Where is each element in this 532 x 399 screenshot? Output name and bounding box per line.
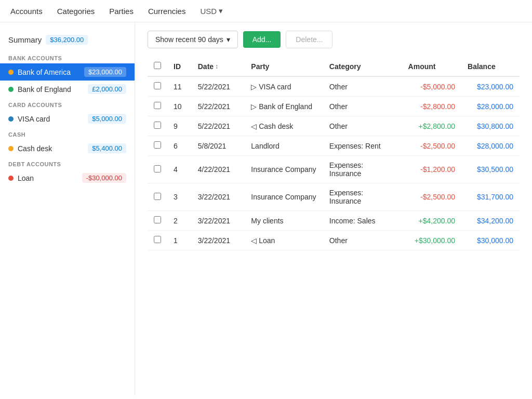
delete-button[interactable]: Delete... bbox=[286, 31, 332, 48]
currency-selector[interactable]: USD ▾ bbox=[200, 6, 223, 16]
row-id: 10 bbox=[167, 97, 192, 116]
section-title: DEBT ACCOUNTS bbox=[0, 157, 135, 169]
row-amount: -$2,800.00 bbox=[402, 97, 461, 116]
section-title: CASH bbox=[0, 127, 135, 140]
table-header: ID Date ↕ Party Category Amount Balance bbox=[148, 57, 520, 76]
table-row: 1 3/22/2021 ◁ Loan Other +$30,000.00 $30… bbox=[148, 231, 520, 250]
sidebar-sections: BANK ACCOUNTSBank of America$23,000.00Ba… bbox=[0, 51, 135, 187]
row-checkbox[interactable] bbox=[154, 193, 161, 200]
account-dot-icon bbox=[8, 116, 14, 122]
row-party: ▷ Bank of England bbox=[245, 97, 323, 116]
row-balance: $30,800.00 bbox=[461, 116, 520, 136]
row-id: 9 bbox=[167, 116, 192, 136]
filter-dropdown[interactable]: Show recent 90 days ▾ bbox=[148, 31, 238, 48]
account-name: Loan bbox=[18, 174, 78, 182]
transactions-table: ID Date ↕ Party Category Amount Balance … bbox=[148, 57, 520, 250]
row-amount: +$2,800.00 bbox=[402, 116, 461, 136]
table-row: 9 5/22/2021 ◁ Cash desk Other +$2,800.00… bbox=[148, 116, 520, 136]
account-dot-icon bbox=[8, 176, 14, 181]
account-dot-icon bbox=[8, 146, 14, 151]
table-row: 10 5/22/2021 ▷ Bank of England Other -$2… bbox=[148, 97, 520, 116]
col-balance-header: Balance bbox=[461, 57, 520, 76]
row-id: 3 bbox=[167, 183, 192, 211]
account-balance-badge: -$30,000.00 bbox=[82, 173, 126, 183]
row-date: 5/22/2021 bbox=[192, 97, 245, 116]
chevron-down-icon: ▾ bbox=[219, 6, 223, 16]
row-id: 4 bbox=[167, 156, 192, 183]
account-balance-badge: £2,000.00 bbox=[88, 84, 126, 94]
row-category: Other bbox=[323, 231, 402, 250]
summary-row: Summary $36,200.00 bbox=[0, 31, 135, 51]
currency-label: USD bbox=[200, 7, 217, 16]
nav-currencies[interactable]: Currencies bbox=[148, 7, 186, 16]
row-id: 1 bbox=[167, 231, 192, 250]
account-name: VISA card bbox=[18, 115, 84, 123]
add-button[interactable]: Add... bbox=[243, 31, 281, 48]
account-dot-icon bbox=[8, 87, 14, 92]
row-amount: -$5,000.00 bbox=[402, 76, 461, 97]
row-date: 3/22/2021 bbox=[192, 211, 245, 231]
row-checkbox[interactable] bbox=[154, 216, 161, 223]
row-date: 3/22/2021 bbox=[192, 231, 245, 250]
account-item[interactable]: Bank of America$23,000.00 bbox=[0, 63, 135, 81]
nav-parties[interactable]: Parties bbox=[109, 7, 134, 16]
row-category: Expenses: Rent bbox=[323, 136, 402, 156]
row-party: Insurance Company bbox=[245, 156, 323, 183]
row-party: ▷ VISA card bbox=[245, 76, 323, 97]
row-party: Landlord bbox=[245, 136, 323, 156]
row-checkbox[interactable] bbox=[154, 141, 161, 149]
row-checkbox[interactable] bbox=[154, 122, 161, 129]
row-balance: $30,500.00 bbox=[461, 156, 520, 183]
row-party: ◁ Cash desk bbox=[245, 116, 323, 136]
row-date: 5/22/2021 bbox=[192, 116, 245, 136]
sort-icon: ↕ bbox=[215, 63, 218, 70]
account-item[interactable]: VISA card$5,000.00 bbox=[0, 110, 135, 127]
row-amount: -$2,500.00 bbox=[402, 136, 461, 156]
account-balance-badge: $23,000.00 bbox=[84, 67, 126, 77]
row-checkbox[interactable] bbox=[154, 236, 161, 243]
table-row: 2 3/22/2021 My clients Income: Sales +$4… bbox=[148, 211, 520, 231]
account-item[interactable]: Cash desk$5,400.00 bbox=[0, 140, 135, 157]
account-item[interactable]: Loan-$30,000.00 bbox=[0, 169, 135, 187]
account-balance-badge: $5,400.00 bbox=[88, 143, 126, 153]
row-date: 5/22/2021 bbox=[192, 76, 245, 97]
section-title: CARD ACCOUNTS bbox=[0, 98, 135, 110]
row-amount: +$30,000.00 bbox=[402, 231, 461, 250]
row-date: 3/22/2021 bbox=[192, 183, 245, 211]
row-amount: -$1,200.00 bbox=[402, 156, 461, 183]
row-balance: $28,000.00 bbox=[461, 136, 520, 156]
row-category: Other bbox=[323, 97, 402, 116]
top-nav: Accounts Categories Parties Currencies U… bbox=[0, 0, 532, 22]
nav-accounts[interactable]: Accounts bbox=[10, 7, 43, 16]
table-body: 11 5/22/2021 ▷ VISA card Other -$5,000.0… bbox=[148, 76, 520, 250]
col-category-header: Category bbox=[323, 57, 402, 76]
table-row: 11 5/22/2021 ▷ VISA card Other -$5,000.0… bbox=[148, 76, 520, 97]
row-category: Other bbox=[323, 116, 402, 136]
row-balance: $23,000.00 bbox=[461, 76, 520, 97]
select-all-checkbox[interactable] bbox=[154, 62, 161, 69]
row-balance: $31,700.00 bbox=[461, 183, 520, 211]
col-party-header: Party bbox=[245, 57, 323, 76]
row-id: 11 bbox=[167, 76, 192, 97]
row-checkbox[interactable] bbox=[154, 102, 161, 109]
summary-badge: $36,200.00 bbox=[46, 35, 88, 45]
row-id: 2 bbox=[167, 211, 192, 231]
row-checkbox[interactable] bbox=[154, 82, 161, 89]
row-category: Expenses: Insurance bbox=[323, 183, 402, 211]
row-category: Income: Sales bbox=[323, 211, 402, 231]
col-id-header: ID bbox=[167, 57, 192, 76]
section-title: BANK ACCOUNTS bbox=[0, 51, 135, 63]
account-item[interactable]: Bank of England£2,000.00 bbox=[0, 81, 135, 98]
row-date: 5/8/2021 bbox=[192, 136, 245, 156]
nav-categories[interactable]: Categories bbox=[57, 7, 95, 16]
row-balance: $28,000.00 bbox=[461, 97, 520, 116]
row-party: My clients bbox=[245, 211, 323, 231]
account-dot-icon bbox=[8, 70, 14, 75]
sidebar: Summary $36,200.00 BANK ACCOUNTSBank of … bbox=[0, 22, 135, 395]
col-date-header[interactable]: Date ↕ bbox=[192, 57, 245, 76]
col-amount-header: Amount bbox=[402, 57, 461, 76]
row-checkbox[interactable] bbox=[154, 165, 161, 172]
account-name: Bank of America bbox=[18, 68, 80, 76]
row-balance: $30,000.00 bbox=[461, 231, 520, 250]
toolbar: Show recent 90 days ▾ Add... Delete... bbox=[148, 31, 520, 48]
